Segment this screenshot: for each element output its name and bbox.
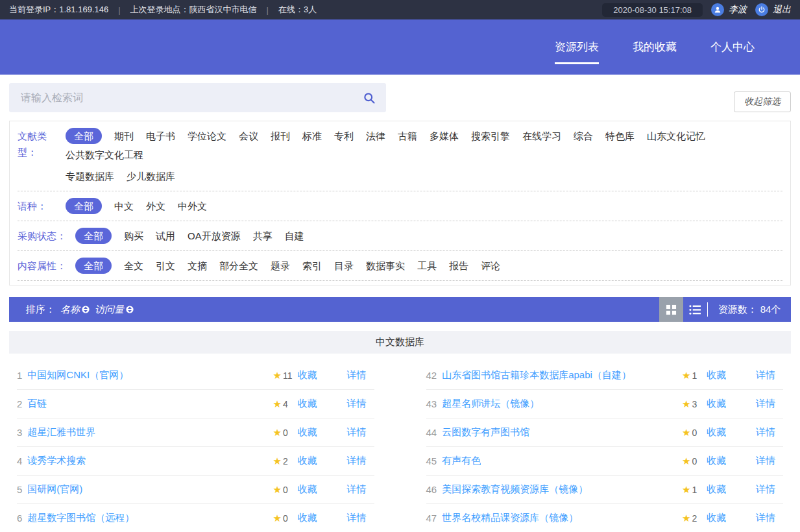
filter-option-selected[interactable]: 全部 xyxy=(66,128,102,144)
detail-link[interactable]: 详情 xyxy=(756,369,775,381)
filter-option[interactable]: 专利 xyxy=(334,128,354,144)
detail-link[interactable]: 详情 xyxy=(347,483,367,496)
filter-option[interactable]: 法律 xyxy=(366,128,385,144)
resource-title-link[interactable]: 超星汇雅书世界 xyxy=(27,426,95,439)
detail-link[interactable]: 详情 xyxy=(347,426,367,439)
favorite-link[interactable]: 收藏 xyxy=(298,483,317,496)
resource-list-left-column: 1 中国知网CNKI（官网） ★ 11 收藏 详情 2 百链 ★ 4 收藏 详情… xyxy=(17,361,374,532)
favorite-link[interactable]: 收藏 xyxy=(298,512,317,524)
sort-arrows-icon xyxy=(126,306,134,313)
filter-option[interactable]: 多媒体 xyxy=(430,128,459,144)
filter-row: 语种： 全部 中文外文中外文 xyxy=(18,191,782,221)
filter-option[interactable]: 自建 xyxy=(285,228,304,244)
filter-option[interactable]: 评论 xyxy=(481,258,500,274)
filter-option[interactable]: 数据事实 xyxy=(366,258,405,274)
filter-option[interactable]: 学位论文 xyxy=(188,128,226,144)
filter-option[interactable]: 标准 xyxy=(302,128,322,144)
nav-item[interactable]: 资源列表 xyxy=(555,19,599,75)
username-text: 李波 xyxy=(729,4,747,16)
collapse-filter-button[interactable]: 收起筛选 xyxy=(734,91,791,112)
detail-link[interactable]: 详情 xyxy=(756,398,775,410)
star-count: 0 xyxy=(692,428,697,438)
filter-option[interactable]: 外文 xyxy=(146,198,165,214)
resource-title-link[interactable]: 超星数字图书馆（远程） xyxy=(27,512,134,524)
filter-option[interactable]: 共享 xyxy=(253,228,273,244)
resource-count: 资源数： 84个 xyxy=(708,297,791,322)
filter-option[interactable]: 综合 xyxy=(574,128,593,144)
filter-option[interactable]: 报刊 xyxy=(271,128,290,144)
favorite-link[interactable]: 收藏 xyxy=(298,398,317,410)
resource-title-link[interactable]: 云图数字有声图书馆 xyxy=(442,426,529,439)
detail-link[interactable]: 详情 xyxy=(756,483,775,496)
resource-title-link[interactable]: 国研网(官网) xyxy=(27,483,82,496)
grid-view-button[interactable] xyxy=(659,297,683,322)
filter-option[interactable]: 特色库 xyxy=(605,128,635,144)
logout-button[interactable]: 退出 xyxy=(755,3,791,16)
sort-option[interactable]: 名称 xyxy=(60,304,90,316)
filter-option[interactable]: 少儿数据库 xyxy=(127,168,175,184)
resource-title-link[interactable]: 山东省图书馆古籍珍本数据库apabi（自建） xyxy=(442,369,631,381)
user-menu[interactable]: 李波 xyxy=(711,3,747,16)
sort-option[interactable]: 访问量 xyxy=(95,304,134,316)
filter-option[interactable]: 山东文化记忆 xyxy=(647,128,705,144)
filter-option[interactable]: 中文 xyxy=(114,198,134,214)
filter-option[interactable]: 购买 xyxy=(124,228,143,244)
favorite-link[interactable]: 收藏 xyxy=(298,455,317,467)
filter-option-selected[interactable]: 全部 xyxy=(75,258,112,274)
filter-option[interactable]: 全文 xyxy=(124,258,143,274)
filter-option[interactable]: 引文 xyxy=(156,258,175,274)
resource-row: 44 云图数字有声图书馆 ★ 0 收藏 详情 xyxy=(426,418,784,447)
filter-option[interactable]: 工具 xyxy=(417,258,437,274)
filter-option[interactable]: 题录 xyxy=(271,258,290,274)
filter-option-selected[interactable]: 全部 xyxy=(75,228,112,244)
favorite-link[interactable]: 收藏 xyxy=(707,483,726,496)
filter-option[interactable]: 古籍 xyxy=(398,128,417,144)
detail-link[interactable]: 详情 xyxy=(347,455,367,467)
resource-list-right-column: 42 山东省图书馆古籍珍本数据库apabi（自建） ★ 1 收藏 详情 43 超… xyxy=(426,361,784,532)
detail-link[interactable]: 详情 xyxy=(756,455,775,467)
resource-title-link[interactable]: 有声有色 xyxy=(442,455,481,467)
filter-option[interactable]: 搜索引擎 xyxy=(471,128,510,144)
search-icon[interactable] xyxy=(363,91,376,104)
resource-title-link[interactable]: 超星名师讲坛（镜像） xyxy=(442,398,539,410)
online-count-text: 在线：3人 xyxy=(278,4,317,16)
favorite-link[interactable]: 收藏 xyxy=(298,369,317,381)
favorite-link[interactable]: 收藏 xyxy=(707,398,726,410)
detail-link[interactable]: 详情 xyxy=(756,512,775,524)
filter-option[interactable]: 中外文 xyxy=(178,198,207,214)
list-view-button[interactable] xyxy=(683,297,707,322)
favorite-link[interactable]: 收藏 xyxy=(707,426,726,439)
nav-item[interactable]: 我的收藏 xyxy=(633,19,677,75)
favorite-link[interactable]: 收藏 xyxy=(707,455,726,467)
resource-title-link[interactable]: 中国知网CNKI（官网） xyxy=(27,369,128,381)
search-input[interactable] xyxy=(19,91,363,104)
detail-link[interactable]: 详情 xyxy=(347,369,367,381)
filter-category-label: 内容属性： xyxy=(18,258,66,274)
filter-option[interactable]: 会议 xyxy=(239,128,258,144)
filter-option[interactable]: 目录 xyxy=(334,258,354,274)
favorite-link[interactable]: 收藏 xyxy=(298,426,317,439)
filter-option[interactable]: 期刊 xyxy=(114,128,134,144)
favorite-link[interactable]: 收藏 xyxy=(707,512,726,524)
resource-title-link[interactable]: 美国探索教育视频资源库（镜像） xyxy=(442,483,588,496)
detail-link[interactable]: 详情 xyxy=(347,512,367,524)
filter-option[interactable]: 报告 xyxy=(449,258,468,274)
filter-option-selected[interactable]: 全部 xyxy=(66,198,102,214)
filter-option[interactable]: 部分全文 xyxy=(219,258,258,274)
detail-link[interactable]: 详情 xyxy=(347,398,367,410)
detail-link[interactable]: 详情 xyxy=(756,426,775,439)
filter-option[interactable]: 专题数据库 xyxy=(66,168,114,184)
star-icon: ★ xyxy=(682,484,690,496)
nav-item[interactable]: 个人中心 xyxy=(710,19,755,75)
resource-title-link[interactable]: 百链 xyxy=(27,398,47,410)
resource-title-link[interactable]: 世界名校精品课资源库（镜像） xyxy=(442,512,578,524)
filter-option[interactable]: 公共数字文化工程 xyxy=(66,147,143,163)
filter-option[interactable]: 在线学习 xyxy=(522,128,561,144)
filter-option[interactable]: 索引 xyxy=(302,258,322,274)
filter-option[interactable]: OA开放资源 xyxy=(188,228,241,244)
filter-option[interactable]: 试用 xyxy=(156,228,175,244)
favorite-link[interactable]: 收藏 xyxy=(707,369,726,381)
filter-option[interactable]: 文摘 xyxy=(188,258,207,274)
resource-title-link[interactable]: 读秀学术搜索 xyxy=(27,455,86,467)
filter-option[interactable]: 电子书 xyxy=(146,128,175,144)
